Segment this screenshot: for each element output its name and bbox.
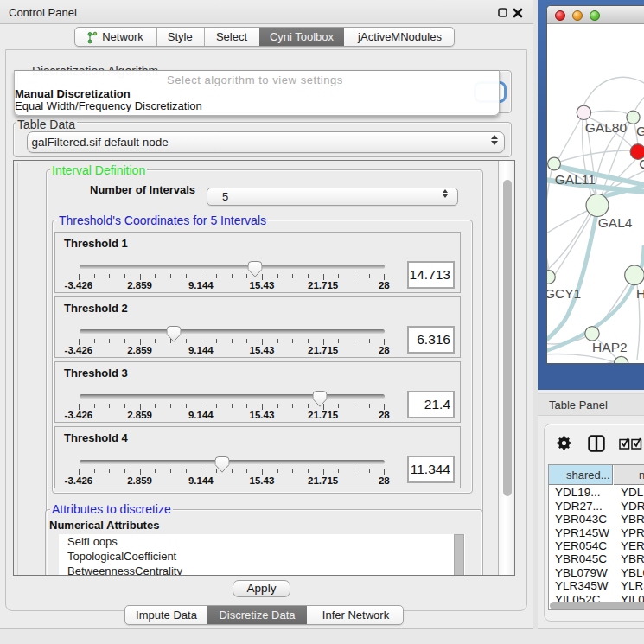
svg-text:GA: GA bbox=[636, 124, 644, 138]
svg-text:GAL11: GAL11 bbox=[555, 172, 596, 187]
svg-text:GAL80: GAL80 bbox=[585, 120, 628, 135]
svg-text:GCY1: GCY1 bbox=[547, 286, 581, 301]
svg-text:H: H bbox=[636, 286, 644, 301]
svg-text:GAL4: GAL4 bbox=[598, 215, 633, 230]
svg-text:HAP2: HAP2 bbox=[592, 340, 628, 354]
svg-text:C: C bbox=[639, 156, 644, 171]
